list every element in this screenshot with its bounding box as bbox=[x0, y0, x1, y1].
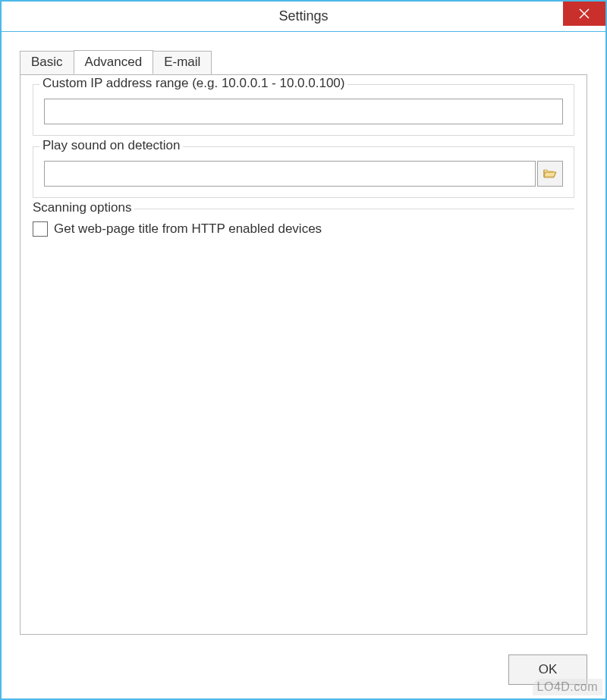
tab-panel-advanced: Custom IP address range (e.g. 10.0.0.1 -… bbox=[20, 74, 587, 635]
close-icon bbox=[579, 8, 590, 19]
folder-open-icon bbox=[543, 168, 557, 180]
tab-advanced[interactable]: Advanced bbox=[74, 50, 154, 74]
group-sound: Play sound on detection bbox=[33, 146, 574, 198]
settings-window: Settings Basic Advanced E-mail Custom IP… bbox=[0, 0, 607, 700]
tab-email[interactable]: E-mail bbox=[153, 51, 212, 75]
content-area: Basic Advanced E-mail Custom IP address … bbox=[2, 32, 605, 644]
close-button[interactable] bbox=[563, 2, 605, 26]
window-title: Settings bbox=[278, 8, 328, 24]
sound-path-input[interactable] bbox=[44, 161, 536, 187]
group-scanning-title: Scanning options bbox=[33, 200, 134, 215]
group-ip-range-title: Custom IP address range (e.g. 10.0.0.1 -… bbox=[39, 76, 348, 91]
watermark: LO4D.com bbox=[533, 679, 602, 695]
checkbox-row-http-title: Get web-page title from HTTP enabled dev… bbox=[33, 220, 574, 238]
checkbox-http-title[interactable] bbox=[33, 221, 48, 237]
group-scanning: Scanning options Get web-page title from… bbox=[33, 209, 574, 238]
titlebar: Settings bbox=[2, 2, 605, 32]
group-sound-title: Play sound on detection bbox=[39, 138, 183, 153]
sound-row bbox=[44, 161, 563, 187]
dialog-footer: OK bbox=[2, 644, 605, 698]
browse-sound-button[interactable] bbox=[537, 161, 563, 187]
tab-basic[interactable]: Basic bbox=[20, 51, 74, 75]
ip-range-input[interactable] bbox=[44, 99, 563, 124]
tab-strip: Basic Advanced E-mail bbox=[20, 50, 587, 74]
checkbox-http-title-label: Get web-page title from HTTP enabled dev… bbox=[54, 221, 322, 237]
group-ip-range: Custom IP address range (e.g. 10.0.0.1 -… bbox=[33, 84, 574, 136]
